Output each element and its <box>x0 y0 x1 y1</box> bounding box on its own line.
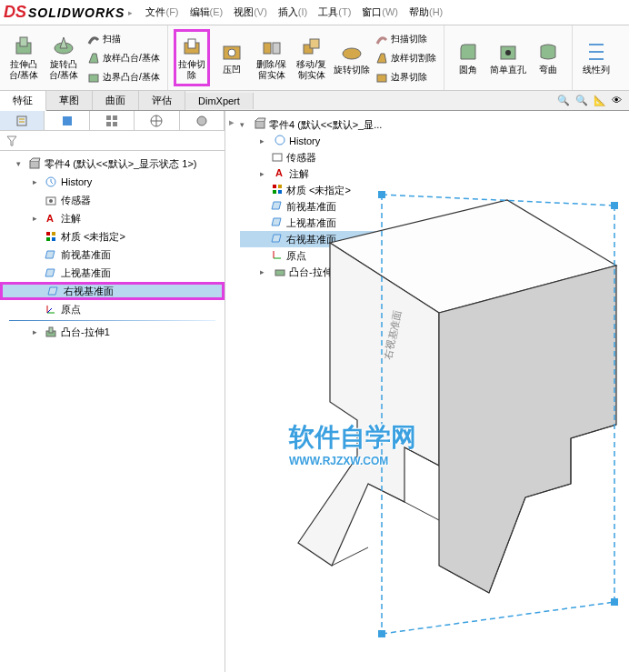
svg-rect-13 <box>377 75 386 82</box>
fm-filter[interactable] <box>0 131 225 151</box>
svg-rect-61 <box>611 202 618 209</box>
expand-icon[interactable]: ▸ <box>33 214 44 223</box>
svg-rect-3 <box>89 75 98 82</box>
fm-tab-dimxpert[interactable] <box>135 111 179 130</box>
svg-rect-8 <box>264 43 271 54</box>
annotations-icon: A <box>44 212 58 225</box>
boundary-button[interactable]: 边界凸台/基体 <box>85 68 162 86</box>
funnel-icon <box>5 135 18 147</box>
command-tabs: 特征 草图 曲面 评估 DimXpert 🔍 🔍 📐 👁 <box>0 91 629 111</box>
app-name: SOLIDWORKS <box>28 5 125 20</box>
menu-help[interactable]: 帮助(H) <box>404 5 448 19</box>
app-logo: DS SOLIDWORKS ▸ <box>4 3 133 22</box>
plane-icon <box>44 266 58 279</box>
model-view[interactable]: 右视基准面 <box>225 111 629 672</box>
svg-rect-9 <box>273 43 280 54</box>
ribbon: 拉伸凸台/基体 旋转凸台/基体 扫描 放样凸台/基体 边界凸台/基体 拉伸切除 … <box>0 25 629 91</box>
fm-tab-config[interactable] <box>90 111 135 130</box>
svg-point-7 <box>228 49 235 56</box>
svg-rect-11 <box>310 39 319 48</box>
svg-rect-1 <box>20 37 27 46</box>
fillet-button[interactable]: 圆角 <box>450 29 486 86</box>
loft-cut-button[interactable]: 放样切割除 <box>374 49 438 67</box>
svg-line-59 <box>382 602 614 634</box>
tab-evaluate[interactable]: 评估 <box>139 91 185 110</box>
zoom-icon[interactable]: 🔍 <box>557 95 570 106</box>
tree-origin[interactable]: 原点 <box>0 300 225 318</box>
tab-sketch[interactable]: 草图 <box>46 91 93 110</box>
loft-button[interactable]: 放样凸台/基体 <box>85 49 162 67</box>
part-icon <box>27 157 42 170</box>
tree-history[interactable]: ▸ History <box>0 173 225 191</box>
fm-tab-tree[interactable] <box>0 111 45 130</box>
menu-window[interactable]: 窗口(W) <box>356 5 404 19</box>
menu-tools[interactable]: 工具(T) <box>313 5 356 19</box>
linear-pattern-button[interactable]: 线性列 <box>578 29 614 86</box>
swept-cut-button[interactable]: 扫描切除 <box>374 30 438 48</box>
svg-rect-5 <box>188 39 195 48</box>
svg-rect-38 <box>46 237 50 241</box>
menu-insert[interactable]: 插入(I) <box>273 5 313 19</box>
tree-root[interactable]: ▾ 零件4 (默认<<默认>_显示状态 1>) <box>0 155 225 173</box>
revolve-boss-button[interactable]: 旋转凸台/基体 <box>45 29 82 86</box>
tab-dimxpert[interactable]: DimXpert <box>185 93 254 109</box>
svg-rect-36 <box>46 232 50 236</box>
svg-text:A: A <box>46 213 54 224</box>
material-icon <box>44 230 58 243</box>
rollback-bar[interactable] <box>9 320 215 321</box>
extrude-icon <box>44 326 58 338</box>
simple-hole-button[interactable]: 简单直孔 <box>490 29 526 86</box>
view-icons: 🔍 🔍 📐 👁 <box>557 95 629 106</box>
svg-rect-24 <box>113 115 117 120</box>
orient-icon[interactable]: 📐 <box>594 95 606 106</box>
delete-keep-button[interactable]: 删除/保留实体 <box>254 29 290 86</box>
move-copy-button[interactable]: 移动/复制实体 <box>294 29 330 86</box>
view-icon[interactable]: 👁 <box>612 95 622 106</box>
svg-rect-44 <box>49 327 53 333</box>
watermark: 软件自学网 WWW.RJZXW.COM <box>289 420 416 467</box>
tree-sensors[interactable]: 传感器 <box>0 191 225 209</box>
menubar: DS SOLIDWORKS ▸ 文件(F) 编辑(E) 视图(V) 插入(I) … <box>0 0 629 25</box>
svg-rect-25 <box>106 122 111 126</box>
svg-rect-26 <box>113 122 117 126</box>
svg-line-42 <box>47 308 52 313</box>
expand-icon[interactable]: ▸ <box>33 327 44 336</box>
graphics-area[interactable]: ▸ ▾ 零件4 (默认<<默认>_显... ▸History 传感器 ▸A注解 … <box>225 111 629 672</box>
tree-extrude1[interactable]: ▸ 凸台-拉伸1 <box>0 323 225 341</box>
tree-front-plane[interactable]: 前视基准面 <box>0 246 225 264</box>
tree-material[interactable]: 材质 <未指定> <box>0 227 225 246</box>
fm-tabs <box>0 111 225 131</box>
svg-rect-62 <box>378 630 385 637</box>
tree-top-plane[interactable]: 上视基准面 <box>0 264 225 282</box>
fm-tab-display[interactable] <box>180 111 225 130</box>
menu-file[interactable]: 文件(F) <box>140 5 184 19</box>
tab-surfaces[interactable]: 曲面 <box>93 91 139 110</box>
extrude-boss-button[interactable]: 拉伸凸台/基体 <box>5 29 42 86</box>
cut-extrude-button[interactable]: 拉伸切除 <box>174 29 210 86</box>
origin-icon <box>44 303 58 316</box>
tab-features[interactable]: 特征 <box>0 91 46 111</box>
swept-button[interactable]: 扫描 <box>85 30 162 48</box>
history-icon <box>44 176 58 188</box>
hole-wizard-button[interactable]: 压凹 <box>214 29 250 86</box>
menu-view[interactable]: 视图(V) <box>228 5 273 19</box>
collapse-icon[interactable]: ▾ <box>16 159 27 168</box>
expand-icon[interactable]: ▸ <box>33 177 44 186</box>
svg-rect-31 <box>30 161 39 168</box>
zoom-fit-icon[interactable]: 🔍 <box>575 95 588 106</box>
sensors-icon <box>44 194 58 206</box>
boundary-cut-button[interactable]: 边界切除 <box>374 68 438 86</box>
revolve-cut-button[interactable]: 旋转切除 <box>334 29 370 86</box>
svg-rect-22 <box>63 116 72 125</box>
tree-annotations[interactable]: ▸ A 注解 <box>0 209 225 227</box>
svg-point-12 <box>343 48 361 59</box>
tree-right-plane[interactable]: 右视基准面 <box>0 282 225 300</box>
wrap-button[interactable]: 弯曲 <box>530 29 566 86</box>
svg-point-34 <box>49 199 53 203</box>
fm-tab-property[interactable] <box>45 111 89 130</box>
svg-rect-60 <box>378 191 385 198</box>
menu-edit[interactable]: 编辑(E) <box>185 5 229 19</box>
svg-point-30 <box>197 116 206 125</box>
pin-icon[interactable]: ▸ <box>128 8 133 17</box>
feature-manager-panel: ▾ 零件4 (默认<<默认>_显示状态 1>) ▸ History 传感器 ▸ … <box>0 111 225 672</box>
